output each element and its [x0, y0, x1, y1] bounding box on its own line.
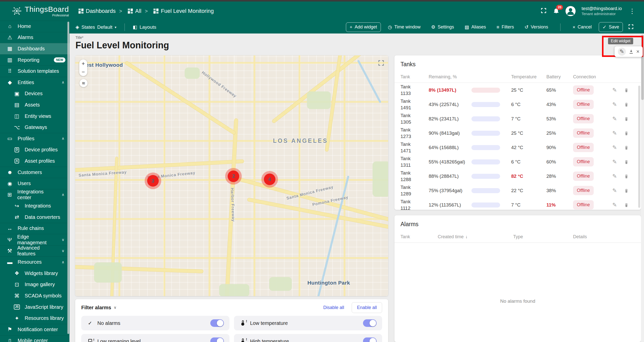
- page-scrollbar[interactable]: [641, 33, 644, 342]
- delete-row-button[interactable]: [624, 145, 629, 150]
- delete-row-button[interactable]: [624, 188, 629, 193]
- settings-button[interactable]: ⚙ Settings: [428, 22, 458, 32]
- delete-row-button[interactable]: [624, 102, 629, 107]
- edit-row-button[interactable]: ✎: [612, 144, 617, 151]
- edit-row-button[interactable]: ✎: [612, 159, 617, 165]
- sidebar-item-reporting[interactable]: ▥ Reporting NEW: [0, 54, 69, 66]
- sidebar-item-advanced-features[interactable]: ⚒ Advanced features: [0, 245, 69, 257]
- edit-row-button[interactable]: ✎: [612, 202, 617, 208]
- sidebar-item-users[interactable]: ◉ Users: [0, 178, 69, 189]
- delete-row-button[interactable]: [624, 116, 629, 122]
- sidebar-item-assets[interactable]: ▤ Assets: [0, 99, 69, 111]
- column-header-tank[interactable]: Tank: [400, 234, 438, 240]
- aliases-button[interactable]: ▧ Aliases: [461, 22, 490, 32]
- sidebar-item-customers[interactable]: ☻ Customers: [0, 167, 69, 178]
- sidebar-item-rule-chains[interactable]: ↔ Rule chains: [0, 223, 69, 234]
- download-widget-button[interactable]: [628, 49, 634, 54]
- filters-button[interactable]: ≡ Filters: [493, 23, 517, 32]
- delete-row-button[interactable]: [624, 202, 629, 208]
- sidebar-item-notification-center[interactable]: ⚑ Notification center: [0, 324, 69, 335]
- fullscreen-button[interactable]: [540, 7, 547, 15]
- time-window-button[interactable]: ◷ Time window: [384, 22, 424, 32]
- sidebar-scrollbar[interactable]: [67, 22, 69, 334]
- toolbar-fullscreen-button[interactable]: [628, 24, 634, 31]
- map-cluster-marker[interactable]: 2: [228, 170, 239, 182]
- versions-button[interactable]: ↺ Versions: [521, 22, 552, 32]
- column-header-tank[interactable]: Tank: [400, 74, 429, 80]
- column-header-connection[interactable]: Connection: [573, 74, 611, 80]
- sidebar-item-mobile-center[interactable]: ▯ Mobile center: [0, 335, 69, 342]
- map-canvas[interactable]: est HollywoodLOS ANGELESHuntington ParkS…: [75, 55, 388, 296]
- sidebar-item-integrations[interactable]: ↪ Integrations: [0, 200, 69, 212]
- thingsboard-logo[interactable]: ThingsBoard Professional: [0, 5, 69, 17]
- edit-row-button[interactable]: ✎: [612, 173, 617, 180]
- clock-icon: ◷: [388, 24, 392, 30]
- sidebar-item-entities[interactable]: ◆ Entities: [0, 77, 69, 88]
- sidebar-item-widgets-library[interactable]: ❖ Widgets library: [0, 268, 69, 279]
- column-header-remaining[interactable]: Remaining, %: [429, 74, 471, 80]
- sidebar-item-edge-management[interactable]: Ψ Edge management: [0, 234, 69, 245]
- column-header-details[interactable]: Details: [573, 234, 635, 240]
- sidebar-item-asset-profiles[interactable]: A Asset profiles: [0, 155, 69, 167]
- zoom-in-button[interactable]: +: [82, 61, 85, 66]
- edit-row-button[interactable]: ✎: [612, 187, 617, 194]
- more-menu-button[interactable]: ⋮: [628, 7, 636, 15]
- sidebar-item-alarms[interactable]: ⚠ Alarms: [0, 32, 69, 43]
- sidebar-item-gateways[interactable]: ⌥ Gateways: [0, 122, 69, 133]
- sidebar-item-scada-symbols[interactable]: ⌘ SCADA symbols: [0, 290, 69, 301]
- avatar[interactable]: [566, 6, 576, 16]
- edit-row-button[interactable]: ✎: [612, 101, 617, 108]
- sidebar-item-integrations-center[interactable]: ⊞ Integrations center: [0, 189, 69, 200]
- filter-alarms-header[interactable]: Filter alarms ∨: [81, 305, 116, 311]
- breadcrumb-fuel-level-monitoring[interactable]: Fuel Level Monitoring: [145, 8, 214, 14]
- edit-widget-button[interactable]: ✎: [618, 48, 626, 56]
- map-fullscreen-button[interactable]: [378, 59, 385, 67]
- breadcrumb-all[interactable]: All: [119, 8, 141, 14]
- sidebar-item-entity-views[interactable]: ◫ Entity views: [0, 111, 69, 122]
- sidebar-item-device-profiles[interactable]: D Device profiles: [0, 144, 69, 156]
- annotation-highlight-rect: Edit widget ✎ ×: [602, 36, 643, 57]
- add-widget-button[interactable]: + Add widget: [346, 22, 381, 32]
- sidebar-item-dashboards[interactable]: ▦ Dashboards: [0, 43, 69, 54]
- column-header-type[interactable]: Type: [513, 234, 573, 240]
- dashboard-title-field[interactable]: Title* Fuel Level Monitoring: [75, 36, 169, 51]
- layouts-button[interactable]: ◧ Layouts: [133, 24, 156, 30]
- alarm-toggle-switch[interactable]: [363, 337, 377, 342]
- user-info[interactable]: test@thingsboard.io Tenant administrator: [582, 6, 622, 16]
- alarm-toggle-switch[interactable]: [210, 337, 224, 342]
- map-cluster-marker[interactable]: 4: [264, 174, 275, 185]
- delete-row-button[interactable]: [624, 159, 629, 165]
- disable-all-button[interactable]: Disable all: [323, 305, 344, 310]
- sidebar-item-image-gallery[interactable]: ⊡ Image gallery: [0, 279, 69, 290]
- sidebar-item-resources-library[interactable]: ✦ Resources library: [0, 313, 69, 324]
- delete-row-button[interactable]: [624, 87, 629, 93]
- breadcrumb-dashboards[interactable]: Dashboards: [78, 8, 116, 14]
- edit-row-button[interactable]: ✎: [612, 116, 617, 122]
- column-header-battery[interactable]: Battery: [546, 74, 573, 80]
- map-cluster-marker[interactable]: 3: [147, 175, 159, 187]
- sidebar-item-solution-templates[interactable]: ⠿ Solution templates: [0, 65, 69, 77]
- cancel-button[interactable]: × Cancel: [569, 23, 595, 32]
- close-widget-button[interactable]: ×: [636, 48, 639, 55]
- notifications-button[interactable]: 20: [553, 7, 559, 15]
- column-header-temperature[interactable]: Temperature: [511, 74, 546, 80]
- column-header-created-time[interactable]: Created time ↓: [438, 234, 513, 240]
- sidebar-item-javascript-library[interactable]: JS JavaScript library: [0, 301, 69, 313]
- delete-row-button[interactable]: [624, 174, 629, 179]
- sidebar-item-profiles[interactable]: ▭ Profiles: [0, 133, 69, 144]
- zoom-out-button[interactable]: −: [82, 69, 85, 75]
- delete-row-button[interactable]: [624, 130, 629, 136]
- tanks-scrollbar[interactable]: [638, 86, 640, 208]
- enable-all-button[interactable]: Enable all: [352, 302, 382, 313]
- sidebar-item-devices[interactable]: ▣ Devices: [0, 88, 69, 99]
- sidebar-item-home[interactable]: ⌂ Home: [0, 21, 69, 32]
- edit-row-button[interactable]: ✎: [612, 130, 617, 136]
- alarm-toggle-switch[interactable]: [210, 319, 224, 327]
- edit-row-button[interactable]: ✎: [612, 87, 617, 93]
- sidebar-item-data-converters[interactable]: ⇄ Data converters: [0, 212, 69, 223]
- alarm-toggle-switch[interactable]: [363, 319, 377, 327]
- states-selector[interactable]: ◈ States Default ▾: [75, 24, 116, 30]
- sidebar-item-resources[interactable]: ▬ Resources: [0, 256, 69, 268]
- save-button[interactable]: ✓ Save: [599, 22, 623, 32]
- map-layers-button[interactable]: ≋: [79, 79, 88, 87]
